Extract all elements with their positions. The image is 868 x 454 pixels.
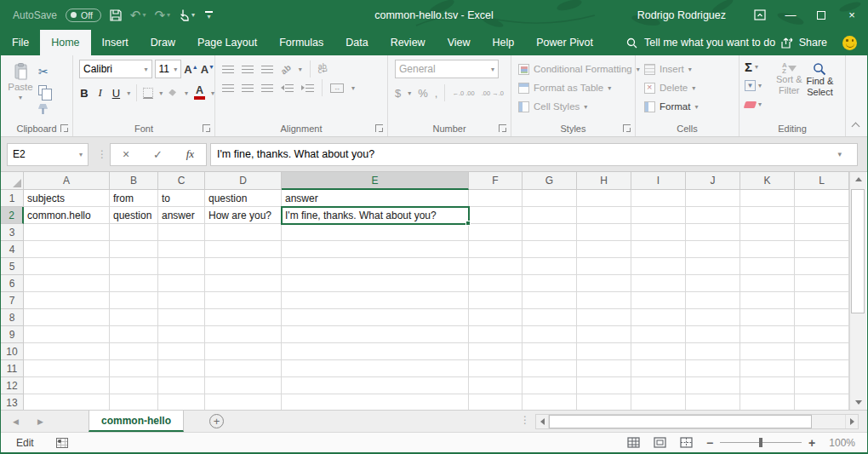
cell-H4[interactable] xyxy=(577,241,631,258)
cell-D11[interactable] xyxy=(205,360,282,377)
decrease-decimal-icon[interactable]: .00 →.0 xyxy=(482,90,504,96)
cell-L10[interactable] xyxy=(795,343,849,360)
cell-G12[interactable] xyxy=(523,377,577,394)
cell-J1[interactable] xyxy=(686,190,740,207)
expand-formula-bar-icon[interactable]: ▾ xyxy=(837,150,842,158)
scroll-down-button[interactable] xyxy=(851,395,865,410)
cell-I11[interactable] xyxy=(631,360,686,377)
font-size-combobox[interactable]: 11▾ xyxy=(155,60,182,78)
cell-D1[interactable]: question xyxy=(205,190,282,207)
cell-J8[interactable] xyxy=(686,309,740,326)
undo-button[interactable]: ↶▾ xyxy=(130,9,146,21)
cell-J7[interactable] xyxy=(686,292,740,309)
redo-button[interactable]: ↷▾ xyxy=(154,9,170,21)
zoom-level[interactable]: 100% xyxy=(829,437,855,449)
cell-C12[interactable] xyxy=(158,377,205,394)
decrease-indent-icon[interactable] xyxy=(281,84,294,92)
cell-D12[interactable] xyxy=(205,377,282,394)
cell-K10[interactable] xyxy=(740,343,795,360)
number-dialog-launcher[interactable] xyxy=(499,124,506,132)
cell-A8[interactable] xyxy=(24,309,110,326)
row-header-4[interactable]: 4 xyxy=(1,241,24,258)
share-button[interactable]: Share xyxy=(781,30,827,55)
cell-D5[interactable] xyxy=(205,258,282,275)
bold-button[interactable]: B xyxy=(79,87,89,100)
borders-icon[interactable] xyxy=(143,88,153,99)
scroll-right-button[interactable] xyxy=(845,415,858,428)
cell-H12[interactable] xyxy=(577,377,631,394)
percent-format-button[interactable]: % xyxy=(418,87,428,100)
cell-B1[interactable]: from xyxy=(110,190,158,207)
cell-L2[interactable] xyxy=(795,207,849,224)
cell-F10[interactable] xyxy=(469,343,523,360)
cell-H6[interactable] xyxy=(577,275,631,292)
cell-K2[interactable] xyxy=(740,207,795,224)
row-header-8[interactable]: 8 xyxy=(1,309,24,326)
cell-A7[interactable] xyxy=(24,292,110,309)
cell-D13[interactable] xyxy=(205,394,282,410)
feedback-smiley-icon[interactable] xyxy=(842,36,857,50)
row-header-10[interactable]: 10 xyxy=(1,343,24,360)
cell-E1[interactable]: answer xyxy=(282,190,469,207)
col-header-L[interactable]: L xyxy=(795,172,849,190)
tab-formulas[interactable]: Formulas xyxy=(268,30,334,55)
cell-G3[interactable] xyxy=(523,224,577,241)
row-header-11[interactable]: 11 xyxy=(1,360,24,377)
cell-E3[interactable] xyxy=(282,224,469,241)
cell-J12[interactable] xyxy=(686,377,740,394)
font-color-button[interactable]: A xyxy=(194,86,205,100)
insert-function-button[interactable]: fx xyxy=(186,147,194,161)
cell-H10[interactable] xyxy=(577,343,631,360)
cell-F7[interactable] xyxy=(469,292,523,309)
tab-help[interactable]: Help xyxy=(482,30,526,55)
cell-C2[interactable]: answer xyxy=(158,207,205,224)
enter-entry-button[interactable]: ✓ xyxy=(153,148,163,161)
align-left-icon[interactable] xyxy=(222,84,234,92)
cell-I12[interactable] xyxy=(631,377,686,394)
cell-A11[interactable] xyxy=(24,360,110,377)
cell-G2[interactable] xyxy=(523,207,577,224)
currency-caret-icon[interactable]: ▾ xyxy=(408,89,411,97)
row-header-3[interactable]: 3 xyxy=(1,224,24,241)
cell-L12[interactable] xyxy=(795,377,849,394)
decrease-font-size-button[interactable]: A▼ xyxy=(201,63,214,76)
styles-dialog-launcher[interactable] xyxy=(623,124,631,132)
italic-button[interactable]: I xyxy=(95,86,106,100)
underline-button[interactable]: U xyxy=(111,87,122,100)
cell-F4[interactable] xyxy=(469,241,523,258)
cell-I7[interactable] xyxy=(631,292,686,309)
cell-E10[interactable] xyxy=(282,343,469,360)
cell-B5[interactable] xyxy=(110,258,158,275)
row-header-5[interactable]: 5 xyxy=(1,258,24,275)
zoom-out-button[interactable]: − xyxy=(706,436,713,450)
page-layout-view-button[interactable] xyxy=(654,437,666,448)
delete-cells-button[interactable]: Delete▾ xyxy=(644,78,739,97)
cell-E8[interactable] xyxy=(282,309,469,326)
clear-button[interactable]: ▾ xyxy=(745,97,772,112)
cancel-entry-button[interactable]: × xyxy=(123,147,129,161)
cell-C3[interactable] xyxy=(158,224,205,241)
cell-J9[interactable] xyxy=(686,326,740,343)
merge-center-icon[interactable]: ↔ xyxy=(330,83,344,93)
cell-A6[interactable] xyxy=(24,275,110,292)
cell-G6[interactable] xyxy=(523,275,577,292)
cell-I9[interactable] xyxy=(631,326,686,343)
cell-E2[interactable]: I'm fine, thanks. What about you? xyxy=(282,207,469,224)
cell-K4[interactable] xyxy=(740,241,795,258)
cell-J5[interactable] xyxy=(686,258,740,275)
cell-H11[interactable] xyxy=(577,360,631,377)
cell-K9[interactable] xyxy=(740,326,795,343)
alignment-dialog-launcher[interactable] xyxy=(375,124,383,132)
cell-A13[interactable] xyxy=(24,394,110,410)
cell-A2[interactable]: common.hello xyxy=(24,207,110,224)
cell-J4[interactable] xyxy=(686,241,740,258)
cell-F2[interactable] xyxy=(469,207,523,224)
col-header-C[interactable]: C xyxy=(158,172,205,190)
cell-B13[interactable] xyxy=(110,394,158,410)
cell-C9[interactable] xyxy=(158,326,205,343)
col-header-F[interactable]: F xyxy=(469,172,523,190)
horizontal-scrollbar[interactable] xyxy=(535,414,859,429)
cell-J11[interactable] xyxy=(686,360,740,377)
cell-I1[interactable] xyxy=(631,190,686,207)
cell-E13[interactable] xyxy=(282,394,469,410)
